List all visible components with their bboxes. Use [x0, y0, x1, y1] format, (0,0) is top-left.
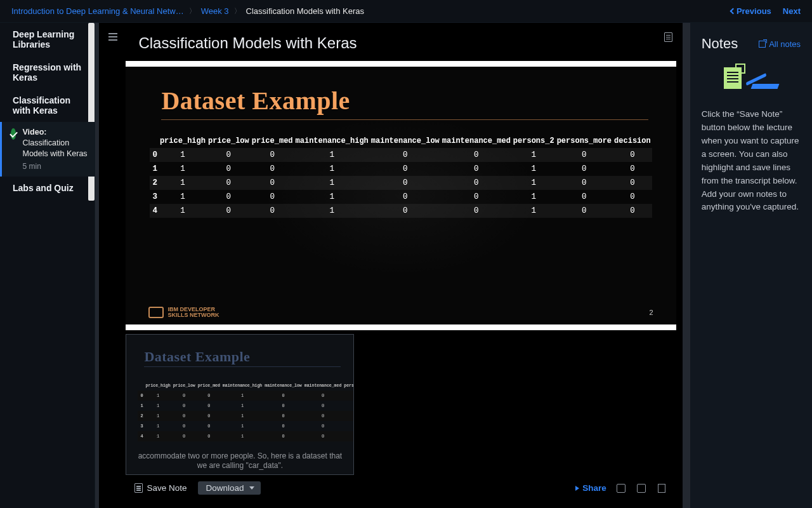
sidebar-item-libraries[interactable]: Deep Learning Libraries: [0, 23, 95, 56]
table-header: price_high: [159, 134, 207, 148]
sidebar-item-classification[interactable]: Classification with Keras: [0, 89, 95, 122]
breadcrumb-course[interactable]: Introduction to Deep Learning & Neural N…: [11, 6, 184, 16]
ibm-logo-icon: [148, 307, 164, 318]
table-header: maintenance_low: [263, 381, 303, 391]
thumb-dataset-table: price_highprice_lowprice_medmaintenance_…: [138, 381, 353, 441]
notes-icon: [664, 32, 672, 42]
document-icon: [724, 67, 742, 89]
sidebar-item-regression[interactable]: Regression with Keras: [0, 56, 95, 89]
sidebar-item-labs-quiz[interactable]: Labs and Quiz: [0, 177, 95, 199]
previous-label: Previous: [737, 6, 771, 16]
download-label: Download: [206, 483, 244, 493]
action-row: Save Note Download Share: [126, 475, 676, 495]
notes-body-text: Click the “Save Note” button below the l…: [702, 108, 801, 214]
table-header: persons_2: [343, 381, 353, 391]
thumbnail-preview[interactable]: Dataset Example price_highprice_lowprice…: [126, 334, 354, 475]
table-row: 4100100100: [138, 431, 353, 441]
previous-link[interactable]: Previous: [731, 6, 771, 16]
table-header: decision: [613, 134, 652, 148]
table-header: maintenance_high: [221, 381, 263, 391]
slide-underline: [161, 119, 648, 120]
table-row: 0100100100: [138, 391, 353, 401]
sidebar-subitem-video[interactable]: Video: Classification Models with Keras …: [0, 122, 95, 177]
notes-panel: Notes All notes Click the “Save Note” bu…: [686, 23, 812, 508]
notes-illustration: [702, 67, 801, 89]
save-note-button[interactable]: Save Note: [134, 483, 187, 493]
thumb-down-icon: [637, 484, 646, 493]
table-header: price_low: [172, 381, 197, 391]
main-content: Classification Models with Keras Dataset…: [95, 23, 686, 508]
video-slide[interactable]: Dataset Example price_highprice_lowprice…: [126, 61, 676, 330]
thumb-up-icon: [617, 484, 625, 493]
note-icon: [134, 483, 143, 493]
share-button[interactable]: Share: [575, 483, 606, 493]
external-link-icon: [759, 41, 766, 48]
chevron-left-icon: [730, 8, 736, 15]
hamburger-icon: [108, 33, 117, 41]
all-notes-label: All notes: [769, 39, 801, 49]
sidebar: Deep Learning Libraries Regression with …: [0, 23, 95, 508]
topnav: Previous Next: [731, 6, 801, 16]
chevron-right-icon: 〉: [189, 6, 196, 16]
top-bar: Introduction to Deep Learning & Neural N…: [0, 0, 812, 23]
chevron-right-icon: 〉: [234, 6, 241, 16]
share-icon: [575, 486, 579, 491]
watermark-icon: [236, 100, 566, 291]
footer-brand-2: SKILLS NETWORK: [167, 312, 219, 318]
ibm-footer: IBM DEVELOPER SKILLS NETWORK: [148, 307, 219, 318]
page-title: Classification Models with Keras: [126, 23, 676, 61]
report-button[interactable]: [656, 483, 667, 494]
share-label: Share: [582, 483, 606, 493]
pen-icon: [750, 84, 779, 89]
slide-page-number: 2: [650, 309, 653, 316]
breadcrumb-current: Classification Models with Keras: [246, 6, 364, 16]
next-link[interactable]: Next: [783, 6, 801, 16]
caption-text: accommodate two or more people. So, here…: [133, 451, 347, 471]
table-row: 2100100100: [138, 411, 353, 421]
notes-toggle-button[interactable]: [658, 27, 679, 47]
table-row: 1100100100: [138, 401, 353, 411]
check-icon: [11, 128, 16, 140]
table-row: 3100100100: [138, 421, 353, 431]
table-header: maintenance_med: [303, 381, 343, 391]
chevron-down-icon: [249, 486, 254, 490]
table-header: price_med: [197, 381, 221, 391]
breadcrumb: Introduction to Deep Learning & Neural N…: [11, 6, 364, 16]
flag-icon: [658, 484, 665, 493]
download-button[interactable]: Download: [198, 481, 260, 495]
next-label: Next: [783, 6, 801, 16]
sidebar-subitem-text: Video: Classification Models with Keras …: [22, 127, 95, 171]
dislike-button[interactable]: [636, 483, 647, 494]
breadcrumb-week[interactable]: Week 3: [201, 6, 229, 16]
table-header: price_high: [145, 381, 172, 391]
outline-toggle-button[interactable]: [103, 27, 123, 47]
like-button[interactable]: [615, 483, 627, 494]
thumb-slide-title: Dataset Example: [126, 335, 353, 366]
all-notes-link[interactable]: All notes: [759, 39, 801, 49]
save-note-label: Save Note: [147, 483, 187, 493]
notes-title: Notes: [702, 36, 738, 52]
